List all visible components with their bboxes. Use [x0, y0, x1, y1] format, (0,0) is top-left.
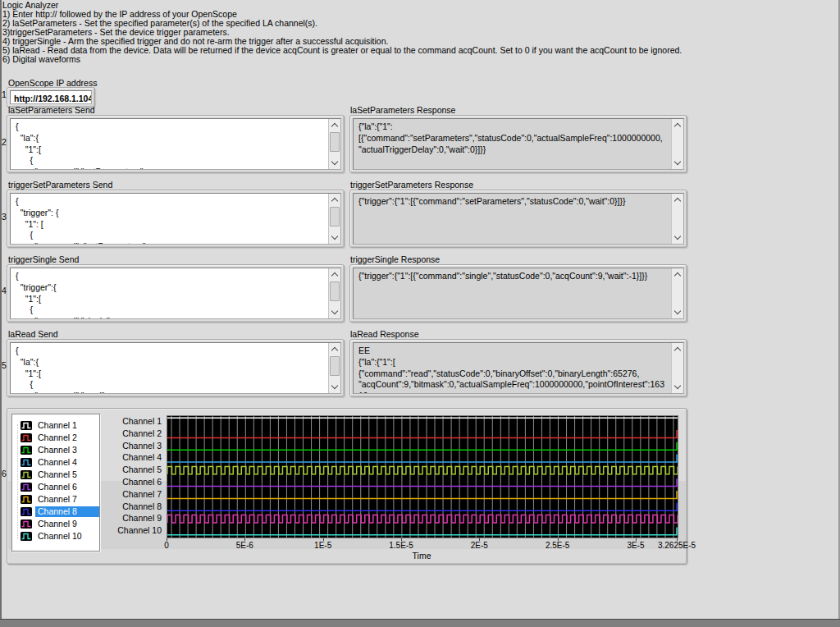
channel-pulse-icon [21, 483, 32, 492]
channel-label: Channel 9 [35, 519, 99, 529]
channel-pulse-icon [21, 470, 32, 479]
channel-label: Channel 10 [35, 531, 99, 542]
legend-item-channel-3[interactable]: Channel 3 [12, 444, 99, 456]
scrollbar-thumb[interactable] [330, 356, 340, 376]
channel-pulse-icon [21, 519, 32, 529]
trace-channel-10 [167, 527, 677, 534]
trace-channel-5 [167, 466, 678, 474]
y-axis-label: Channel 5 [112, 465, 162, 475]
legend-item-channel-7[interactable]: Channel 7 [12, 493, 99, 506]
y-axis-label: Channel 2 [112, 428, 162, 439]
triggersingle-response-label: triggerSingle Response [350, 254, 440, 264]
lasetparameters-response-text: {"la":{"1":[{"command":"setParameters","… [354, 119, 671, 169]
x-axis-tick-label: 3E-5 [627, 541, 644, 550]
legend-item-channel-5[interactable]: Channel 5 [12, 469, 99, 481]
triggersingle-response-scrollbar[interactable] [671, 268, 683, 318]
instruction-line: 5) laRead - Read data from the device. D… [2, 46, 682, 55]
y-axis-label: Channel 8 [112, 501, 162, 512]
x-axis-tick-label: 3.2625E-5 [658, 541, 696, 550]
channel-label: Channel 4 [35, 457, 99, 468]
laread-send-box: { "la":{ "1":[ { "command":"read", [7, 339, 345, 397]
x-axis-tick-label: 2E-5 [471, 541, 488, 550]
laread-send-scrollbar[interactable] [328, 343, 340, 393]
legend-item-channel-2[interactable]: Channel 2 [12, 432, 99, 444]
triggersingle-send-label: triggerSingle Send [8, 254, 79, 264]
triggersetparameters-send-label: triggerSetParameters Send [8, 180, 112, 190]
y-axis-label: Channel 3 [112, 441, 162, 451]
legend-item-channel-6[interactable]: Channel 6 [12, 481, 99, 493]
x-axis-tick-label: 1E-5 [314, 541, 331, 550]
trace-channel-8 [167, 503, 677, 510]
channel-label: Channel 6 [35, 482, 99, 492]
channel-label: Channel 2 [35, 432, 99, 443]
scrollbar-thumb[interactable] [330, 207, 340, 227]
laread-response-label: laRead Response [350, 329, 418, 339]
y-axis-label: Channel 9 [112, 513, 162, 524]
y-axis-label: Channel 1 [112, 416, 162, 427]
legend-item-channel-1[interactable]: Channel 1 [12, 419, 99, 432]
instructions-text: Logic Analyzer1) Enter http:// followed … [2, 1, 682, 64]
x-axis-tick-label: 5E-6 [236, 541, 253, 550]
lasetparameters-send-label: laSetParameters Send [8, 105, 95, 115]
laread-response-text: EE {"la":{"1":[ {"command":"read","statu… [354, 343, 671, 393]
y-axis-label: Channel 10 [112, 525, 162, 536]
channel-pulse-icon [21, 433, 32, 442]
legend-item-channel-9[interactable]: Channel 9 [12, 518, 99, 530]
legend-item-channel-8[interactable]: Channel 8 [12, 506, 99, 518]
triggersetparameters-send-box: { "trigger": { "1": [ { "command": "setP… [7, 190, 345, 248]
triggersingle-response-box: {"trigger":{"1":[{"command":"single","st… [349, 264, 687, 323]
channel-pulse-icon [21, 446, 32, 455]
triggersingle-response-text: {"trigger":{"1":[{"command":"single","st… [354, 268, 671, 318]
x-axis-tick-label: 0 [164, 541, 169, 550]
x-axis-tick-label: 2.5E-5 [546, 541, 569, 550]
triggersingle-send-box: { "trigger":{ "1":[ { "command":"single" [7, 264, 345, 323]
channel-label: Channel 8 [35, 506, 99, 517]
laread-response-scrollbar[interactable] [671, 343, 683, 393]
x-axis-title: Time [413, 551, 431, 561]
channel-pulse-icon [21, 495, 32, 504]
channel-pulse-icon [21, 421, 32, 430]
triggersetparameters-response-text: {"trigger":{"1":[{"command":"setParamete… [354, 194, 671, 244]
laread-send-text[interactable]: { "la":{ "1":[ { "command":"read", [11, 343, 328, 393]
laread-response-box: EE {"la":{"1":[ {"command":"read","statu… [349, 339, 687, 397]
lasetparameters-send-box: { "la":{ "1":[ { "command":"setParameter… [7, 115, 345, 173]
waveform-plot-area[interactable] [167, 415, 678, 538]
instruction-line: 6) Digital waveforms [2, 55, 682, 64]
legend-item-channel-10[interactable]: Channel 10 [12, 530, 99, 542]
channel-label: Channel 5 [35, 469, 99, 480]
triggersetparameters-response-scrollbar[interactable] [671, 194, 683, 244]
channel-pulse-icon [21, 458, 32, 467]
y-axis-label: Channel 4 [112, 452, 162, 463]
scrollbar-thumb[interactable] [330, 132, 340, 152]
triggersetparameters-send-text[interactable]: { "trigger": { "1": [ { "command": "setP… [11, 194, 328, 244]
trace-channel-4 [167, 455, 677, 462]
y-axis-label: Channel 7 [112, 489, 162, 500]
trace-channel-6 [167, 478, 677, 486]
digital-waveform-graph: Channel 1Channel 2Channel 3Channel 4Chan… [7, 408, 687, 565]
channel-pulse-icon [21, 507, 32, 516]
triggersingle-send-text[interactable]: { "trigger":{ "1":[ { "command":"single" [11, 268, 328, 318]
lasetparameters-response-scrollbar[interactable] [671, 119, 683, 169]
channel-label: Channel 1 [35, 420, 99, 431]
window-edge-bottom [0, 619, 840, 627]
lasetparameters-send-scrollbar[interactable] [328, 119, 340, 169]
triggersetparameters-send-scrollbar[interactable] [328, 194, 340, 244]
scrollbar-thumb[interactable] [330, 281, 340, 301]
channel-pulse-icon [21, 532, 32, 541]
waveform-traces [167, 416, 678, 538]
triggersingle-send-scrollbar[interactable] [328, 268, 340, 318]
lasetparameters-response-box: {"la":{"1":[{"command":"setParameters","… [349, 115, 687, 173]
channel-label: Channel 3 [35, 445, 99, 455]
trace-channel-2 [167, 430, 677, 437]
trace-channel-7 [167, 491, 677, 498]
channel-legend: Channel 1Channel 2Channel 3Channel 4Chan… [11, 414, 100, 551]
trace-channel-9 [167, 515, 678, 523]
lasetparameters-send-text[interactable]: { "la":{ "1":[ { "command":"setParameter… [11, 119, 328, 169]
legend-item-channel-4[interactable]: Channel 4 [12, 456, 99, 469]
triggersetparameters-response-box: {"trigger":{"1":[{"command":"setParamete… [349, 190, 687, 248]
lasetparameters-response-label: laSetParameters Response [350, 105, 455, 115]
triggersetparameters-response-label: triggerSetParameters Response [350, 180, 473, 190]
y-axis-label: Channel 6 [112, 477, 162, 487]
trace-channel-3 [167, 442, 677, 450]
ip-address-input[interactable]: http://192.168.1.104 [11, 91, 91, 103]
